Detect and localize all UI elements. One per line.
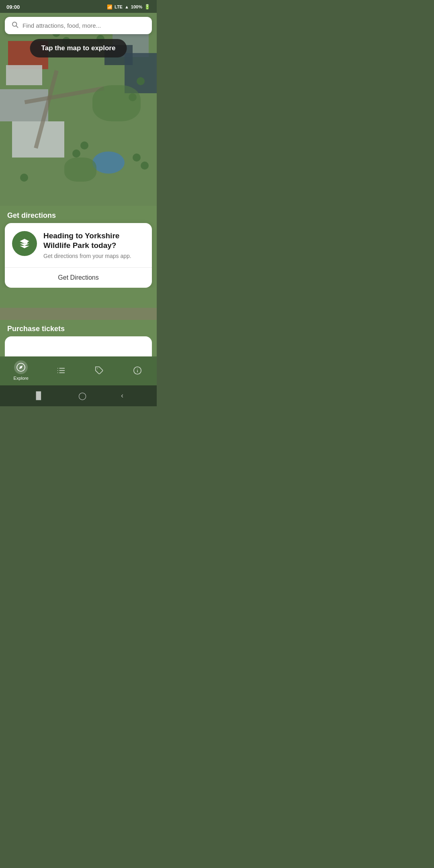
card-text: Heading to Yorkshire Wildlife Park today… — [43, 231, 145, 259]
map-bottom — [0, 288, 157, 320]
content-area: Get directions Heading to Yorkshire Wild… — [0, 206, 157, 356]
lte-icon: LTE — [115, 4, 123, 9]
wifi-icon: 📶 — [107, 4, 113, 10]
search-bar[interactable] — [5, 17, 152, 34]
card-body: Heading to Yorkshire Wildlife Park today… — [5, 223, 152, 267]
tap-map-bubble[interactable]: Tap the map to explore — [30, 39, 127, 57]
bottom-road — [0, 308, 157, 320]
home-button[interactable]: ◯ — [78, 391, 86, 400]
nav-item-explore[interactable]: Explore — [14, 360, 29, 381]
status-bar: 09:00 📶 LTE ▲ 100% 🔋 — [0, 0, 157, 13]
back-button[interactable]: ‹ — [121, 391, 123, 400]
directions-card: Heading to Yorkshire Wildlife Park today… — [5, 223, 152, 288]
info-icon — [132, 365, 143, 376]
search-input[interactable] — [23, 22, 145, 29]
nav-item-info[interactable] — [132, 365, 143, 376]
svg-line-1 — [16, 26, 18, 27]
purchase-card[interactable] — [5, 336, 152, 356]
explore-label: Explore — [14, 376, 29, 381]
system-nav-bar: ▐▌ ◯ ‹ — [0, 385, 157, 406]
signal-icon: ▲ — [125, 4, 129, 9]
explore-icon — [14, 360, 28, 374]
directions-icon — [12, 231, 37, 256]
battery-full-icon: 🔋 — [144, 4, 150, 10]
bottom-navigation: Explore — [0, 356, 157, 385]
status-icons: 📶 LTE ▲ 100% 🔋 — [107, 4, 150, 10]
time: 09:00 — [6, 4, 20, 10]
purchase-label: Purchase tickets — [0, 320, 157, 336]
recent-apps-button[interactable]: ▐▌ — [33, 391, 44, 400]
nav-item-list[interactable] — [55, 365, 67, 376]
card-heading: Heading to Yorkshire Wildlife Park today… — [43, 231, 145, 250]
get-directions-button[interactable]: Get Directions — [5, 268, 152, 288]
search-icon — [11, 21, 18, 30]
map-container[interactable]: Tap the map to explore — [0, 13, 157, 206]
tickets-icon — [94, 365, 105, 376]
purchase-section: Purchase tickets — [0, 320, 157, 356]
get-directions-label: Get directions — [0, 206, 157, 223]
list-icon — [55, 365, 67, 376]
nav-item-tickets[interactable] — [94, 365, 105, 376]
battery-icon: 100% — [131, 4, 142, 9]
card-subtext: Get directions from your maps app. — [43, 253, 145, 259]
